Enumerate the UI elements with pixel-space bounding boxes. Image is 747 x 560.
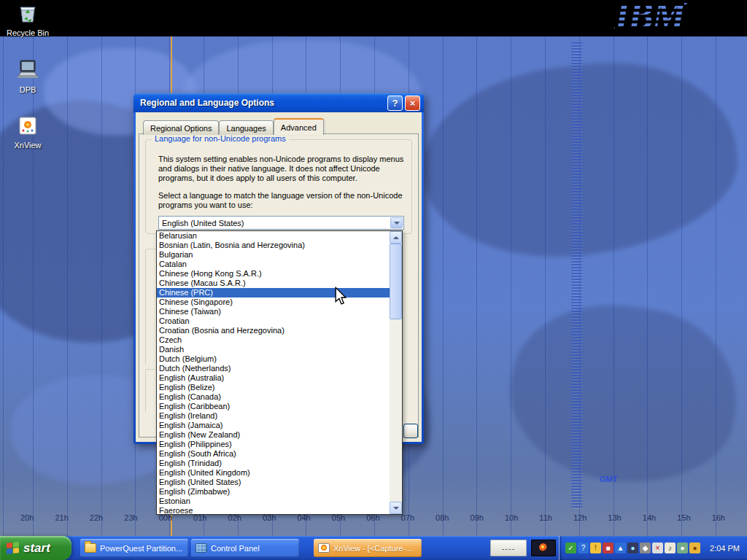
network-status-icon[interactable]: ▲ (615, 542, 626, 553)
help-button[interactable]: ? (387, 96, 403, 111)
language-option[interactable]: English (Caribbean) (157, 402, 390, 411)
taskbar-button-dark-app[interactable] (531, 540, 556, 556)
language-option[interactable]: English (Canada) (157, 392, 390, 402)
folder-icon (85, 543, 96, 553)
desktop-icon-recycle-bin[interactable]: Recycle Bin (0, 3, 55, 37)
language-option[interactable]: English (Ireland) (157, 411, 390, 421)
disconnect-icon[interactable]: × (652, 542, 663, 553)
taskbar-button-dashes[interactable]: ---- (490, 540, 527, 556)
language-option[interactable]: Catalan (157, 260, 390, 269)
taskbar-button-label: Control Panel (211, 544, 260, 553)
combobox-dropdown-button[interactable] (390, 217, 403, 228)
recycle-bin-icon (17, 3, 39, 25)
groupbox-select-prompt: Select a language to match the language … (158, 191, 409, 210)
taskbar-button-label: XnView - [<Capture-... (333, 544, 412, 553)
hour-label: 08h (436, 513, 449, 522)
xnview-icon (17, 115, 39, 137)
dialog-tab[interactable]: Advanced (274, 118, 324, 135)
language-option[interactable]: English (South Africa) (157, 449, 390, 459)
scrollbar-down-button[interactable] (390, 502, 402, 514)
language-option[interactable]: English (Zimbabwe) (157, 487, 390, 497)
language-option[interactable]: Chinese (Taiwan) (157, 307, 390, 316)
dialog-tab[interactable]: Regional Options (143, 120, 219, 135)
xnview-icon (318, 543, 330, 553)
language-dropdown-list: BelarusianBosnian (Latin, Bosnia and Her… (156, 230, 403, 515)
language-option[interactable]: Faeroese (157, 506, 390, 514)
scrollbar-up-button[interactable] (390, 231, 402, 244)
clock-sync-icon[interactable]: ● (689, 542, 700, 553)
chevron-down-icon (393, 507, 399, 510)
language-option[interactable]: Estonian (157, 497, 390, 506)
list-scrollbar[interactable] (390, 231, 402, 514)
hour-label: 15h (677, 513, 690, 522)
language-option[interactable]: English (Australia) (157, 373, 390, 383)
hour-label: 12h (573, 513, 587, 522)
apply-button-fragment[interactable] (403, 424, 418, 438)
language-option[interactable]: Croatian (157, 316, 390, 326)
hour-label: 10h (505, 513, 518, 522)
hour-label: 21h (55, 513, 68, 522)
desktop: IBM GMT 20h21h22h23h00h01h02h03h04h05h06… (0, 0, 747, 560)
language-option[interactable]: Danish (157, 345, 390, 354)
display-settings-icon[interactable]: ■ (603, 542, 614, 553)
language-option[interactable]: English (Belize) (157, 383, 390, 392)
scrollbar-track[interactable] (390, 244, 402, 502)
desktop-icon-label: DPB (0, 85, 55, 94)
desktop-icon-label: XnView (0, 141, 55, 149)
windows-update-icon[interactable]: ! (590, 542, 601, 553)
notification-area: ✓?!■▲●◆×♪●● 2:04 PM (559, 536, 747, 560)
taskbar-button-control-panel[interactable]: Control Panel (191, 539, 299, 557)
messenger-icon[interactable]: ● (677, 542, 688, 553)
language-option[interactable]: Belarusian (157, 231, 390, 241)
groupbox-fragment (145, 369, 155, 411)
dialog-tab[interactable]: Languages (219, 120, 273, 135)
gmt-label: GMT (600, 475, 617, 483)
hour-label: 14h (643, 513, 656, 522)
language-groupbox: Language for non-Unicode programs This s… (145, 139, 412, 234)
language-option[interactable]: English (Philippines) (157, 440, 390, 449)
volume-icon[interactable]: ♪ (665, 542, 676, 553)
safely-remove-hardware-icon[interactable]: ✓ (565, 542, 576, 553)
language-option[interactable]: English (New Zealand) (157, 430, 390, 440)
help-notification-icon[interactable]: ? (578, 542, 589, 553)
chevron-up-icon (393, 236, 399, 239)
language-option[interactable]: Chinese (PRC) (157, 288, 390, 298)
language-option[interactable]: English (Trinidad) (157, 459, 390, 468)
taskbar-button-label: PowerQuest Partition... (100, 544, 182, 553)
language-option[interactable]: English (United States) (157, 478, 390, 487)
taskbar-button-powerquest[interactable]: PowerQuest Partition... (80, 539, 188, 557)
hour-label: 09h (470, 513, 483, 522)
desktop-icon-dpb[interactable]: DPB (0, 58, 55, 94)
language-option[interactable]: Bosnian (Latin, Bosnia and Herzegovina) (157, 241, 390, 250)
window-titlebar[interactable]: Regional and Language Options ? × (133, 93, 424, 112)
hour-label: 11h (539, 513, 552, 522)
language-option[interactable]: Dutch (Belgium) (157, 354, 390, 364)
combobox-value: English (United States) (159, 219, 390, 228)
hour-label: 13h (608, 513, 621, 522)
language-option[interactable]: Chinese (Macau S.A.R.) (157, 279, 390, 288)
laptop-icon (15, 58, 40, 82)
groupbox-title: Language for non-Unicode programs (152, 134, 289, 143)
language-option[interactable]: Czech (157, 335, 390, 345)
start-button[interactable]: start (0, 536, 71, 560)
desktop-icon-xnview[interactable]: XnView (0, 115, 55, 149)
scrollbar-thumb[interactable] (390, 244, 402, 319)
language-option[interactable]: English (United Kingdom) (157, 468, 390, 478)
language-list: BelarusianBosnian (Latin, Bosnia and Her… (157, 231, 390, 514)
task-scheduler-icon[interactable]: ◆ (640, 542, 651, 553)
window-title: Regional and Language Options (140, 98, 385, 108)
language-option[interactable]: Chinese (Singapore) (157, 298, 390, 307)
dialog-tabstrip: Regional OptionsLanguagesAdvanced (143, 118, 324, 135)
language-option[interactable]: Chinese (Hong Kong S.A.R.) (157, 269, 390, 279)
language-option[interactable]: Dutch (Netherlands) (157, 364, 390, 373)
antivirus-icon[interactable]: ● (627, 542, 638, 553)
language-option[interactable]: Croatian (Bosnia and Herzegovina) (157, 326, 390, 335)
taskbar-clock[interactable]: 2:04 PM (710, 544, 747, 553)
ibm-logo: IBM (615, 0, 684, 37)
close-button[interactable]: × (405, 96, 420, 111)
taskbar-button-xnview[interactable]: XnView - [<Capture-... (314, 539, 422, 557)
language-combobox[interactable]: English (United States) (158, 216, 404, 230)
groupbox-fragment (145, 249, 155, 364)
language-option[interactable]: Bulgarian (157, 250, 390, 260)
language-option[interactable]: English (Jamaica) (157, 421, 390, 430)
